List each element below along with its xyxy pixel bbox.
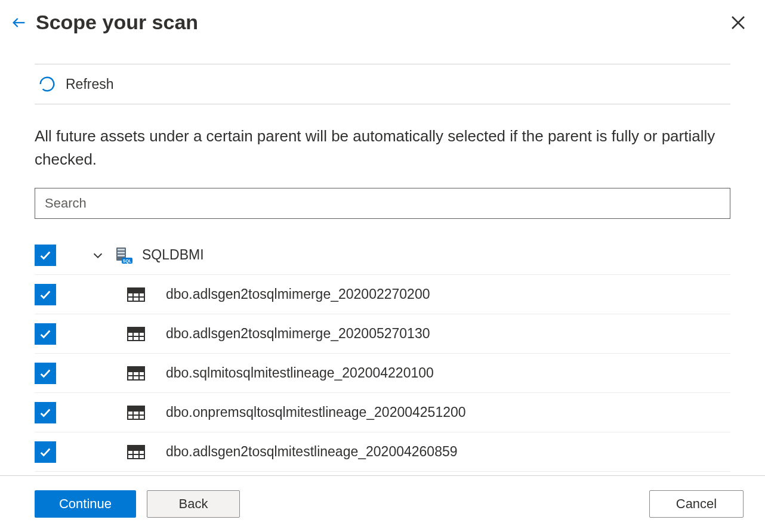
svg-rect-20 <box>128 327 144 331</box>
tree-child-label: dbo.adlsgen2tosqlmimerge_202005270130 <box>166 326 430 342</box>
footer: Continue Back Cancel <box>0 475 765 532</box>
tree-child-row[interactable]: dbo.sqlmitosqlmitestlineage_202004220100 <box>35 354 730 393</box>
tree-root-label: SQLDBMI <box>142 247 204 263</box>
close-icon[interactable] <box>729 14 747 32</box>
tree-child-row[interactable]: dbo.onpremsqltosqlmitestlineage_20200425… <box>35 393 730 432</box>
checkbox-child[interactable] <box>35 441 56 463</box>
checkbox-child[interactable] <box>35 363 56 384</box>
tree-root-row[interactable]: SQL SQLDBMI <box>35 236 730 275</box>
cancel-button[interactable]: Cancel <box>649 490 744 518</box>
svg-rect-6 <box>118 255 125 256</box>
checkbox-child[interactable] <box>35 284 56 305</box>
svg-rect-4 <box>118 249 125 250</box>
tree-child-row[interactable]: dbo.adlsgen2tosqlmitestlineage_202004260… <box>35 432 730 472</box>
svg-rect-32 <box>128 406 144 410</box>
back-arrow-icon[interactable] <box>11 14 27 31</box>
page-title: Scope your scan <box>36 11 729 34</box>
sql-server-icon: SQL <box>115 246 134 265</box>
scope-tree: SQL SQLDBMI dbo.adlsgen2tosqlmimerge_202 <box>35 236 730 484</box>
description-text: All future assets under a certain parent… <box>35 125 730 171</box>
checkbox-child[interactable] <box>35 323 56 345</box>
svg-text:SQL: SQL <box>123 259 132 264</box>
search-input[interactable] <box>35 188 730 219</box>
refresh-button-label[interactable]: Refresh <box>66 76 114 92</box>
table-icon <box>127 404 146 421</box>
tree-child-row[interactable]: dbo.adlsgen2tosqlmimerge_202005270130 <box>35 314 730 354</box>
continue-button[interactable]: Continue <box>35 490 136 518</box>
table-icon <box>127 365 146 382</box>
svg-rect-26 <box>128 367 144 370</box>
svg-rect-38 <box>128 446 144 449</box>
back-button[interactable]: Back <box>147 490 240 518</box>
checkbox-root[interactable] <box>35 245 56 266</box>
tree-child-label: dbo.onpremsqltosqlmitestlineage_20200425… <box>166 404 466 420</box>
refresh-icon[interactable] <box>38 75 56 93</box>
table-icon <box>127 286 146 303</box>
table-icon <box>127 444 146 460</box>
svg-rect-14 <box>128 288 144 292</box>
svg-rect-5 <box>118 252 125 253</box>
chevron-down-icon[interactable] <box>90 249 106 262</box>
table-icon <box>127 326 146 342</box>
checkbox-child[interactable] <box>35 402 56 423</box>
tree-child-label: dbo.sqlmitosqlmitestlineage_202004220100 <box>166 365 434 381</box>
tree-child-label: dbo.adlsgen2tosqlmimerge_202002270200 <box>166 286 430 302</box>
tree-child-row[interactable]: dbo.adlsgen2tosqlmimerge_202002270200 <box>35 275 730 314</box>
tree-child-label: dbo.adlsgen2tosqlmitestlineage_202004260… <box>166 444 458 460</box>
toolbar: Refresh <box>35 64 730 104</box>
